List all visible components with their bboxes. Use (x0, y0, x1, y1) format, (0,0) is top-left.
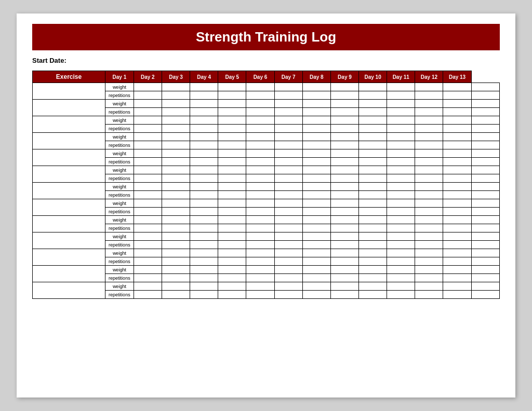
exercise-name-6[interactable] (33, 166, 105, 183)
weight-day2-ex5[interactable] (162, 149, 190, 158)
weight-day12-ex5[interactable] (443, 149, 471, 158)
weight-day2-ex9[interactable] (162, 216, 190, 224)
weight-day3-ex7[interactable] (190, 183, 218, 191)
rep-day10-ex8[interactable] (387, 208, 415, 216)
weight-day8-ex9[interactable] (330, 216, 358, 224)
weight-day10-ex9[interactable] (387, 216, 415, 224)
rep-day8-ex11[interactable] (330, 257, 358, 266)
rep-day2-ex10[interactable] (162, 241, 190, 249)
rep-day2-ex1[interactable] (162, 91, 190, 100)
rep-day2-ex2[interactable] (162, 108, 190, 116)
weight-day9-ex12[interactable] (359, 266, 387, 274)
rep-day6-ex7[interactable] (274, 191, 302, 199)
rep-day3-ex12[interactable] (190, 274, 218, 282)
weight-day8-ex2[interactable] (330, 100, 358, 108)
exercise-name-13[interactable] (33, 282, 105, 299)
weight-day5-ex6[interactable] (246, 166, 274, 174)
rep-day10-ex9[interactable] (387, 224, 415, 232)
weight-day10-ex3[interactable] (387, 116, 415, 125)
exercise-name-8[interactable] (33, 199, 105, 216)
rep-day2-ex9[interactable] (162, 224, 190, 232)
rep-day6-ex2[interactable] (274, 108, 302, 116)
weight-day1-ex11[interactable] (134, 249, 162, 257)
weight-day5-ex10[interactable] (246, 232, 274, 241)
weight-day13-ex3[interactable] (471, 116, 499, 125)
rep-day3-ex8[interactable] (190, 208, 218, 216)
weight-day5-ex4[interactable] (246, 133, 274, 141)
rep-day7-ex6[interactable] (302, 174, 330, 183)
weight-day6-ex9[interactable] (274, 216, 302, 224)
weight-day12-ex13[interactable] (443, 282, 471, 291)
rep-day4-ex12[interactable] (218, 274, 246, 282)
weight-day13-ex2[interactable] (471, 100, 499, 108)
rep-day8-ex8[interactable] (330, 208, 358, 216)
rep-day3-ex9[interactable] (190, 224, 218, 232)
weight-day10-ex4[interactable] (387, 133, 415, 141)
weight-day3-ex9[interactable] (190, 216, 218, 224)
rep-day9-ex12[interactable] (359, 274, 387, 282)
rep-day12-ex9[interactable] (443, 224, 471, 232)
exercise-name-3[interactable] (33, 116, 105, 133)
weight-day6-ex12[interactable] (274, 266, 302, 274)
weight-day10-ex12[interactable] (387, 266, 415, 274)
weight-day13-ex7[interactable] (471, 183, 499, 191)
weight-day9-ex11[interactable] (359, 249, 387, 257)
rep-day7-ex2[interactable] (302, 108, 330, 116)
weight-day5-ex11[interactable] (246, 249, 274, 257)
exercise-name-4[interactable] (33, 133, 105, 149)
rep-day12-ex3[interactable] (443, 125, 471, 133)
weight-day1-ex10[interactable] (134, 232, 162, 241)
rep-day9-ex1[interactable] (359, 91, 387, 100)
rep-day11-ex2[interactable] (415, 108, 443, 116)
rep-day1-ex9[interactable] (134, 224, 162, 232)
rep-day7-ex12[interactable] (302, 274, 330, 282)
weight-day3-ex12[interactable] (190, 266, 218, 274)
weight-day3-ex6[interactable] (190, 166, 218, 174)
weight-day8-ex7[interactable] (330, 183, 358, 191)
weight-day7-ex13[interactable] (302, 282, 330, 291)
weight-day9-ex9[interactable] (359, 216, 387, 224)
rep-day9-ex6[interactable] (359, 174, 387, 183)
rep-day9-ex3[interactable] (359, 125, 387, 133)
rep-day8-ex4[interactable] (330, 141, 358, 149)
weight-day5-ex3[interactable] (246, 116, 274, 125)
rep-day13-ex4[interactable] (471, 141, 499, 149)
weight-day4-ex10[interactable] (218, 232, 246, 241)
weight-day7-ex7[interactable] (302, 183, 330, 191)
weight-day1-ex12[interactable] (134, 266, 162, 274)
rep-day13-ex6[interactable] (471, 174, 499, 183)
weight-day12-ex11[interactable] (443, 249, 471, 257)
rep-day3-ex13[interactable] (190, 291, 218, 299)
rep-day11-ex8[interactable] (415, 208, 443, 216)
rep-day12-ex1[interactable] (443, 91, 471, 100)
rep-day2-ex7[interactable] (162, 191, 190, 199)
rep-day9-ex5[interactable] (359, 158, 387, 166)
weight-day9-ex6[interactable] (359, 166, 387, 174)
rep-day9-ex9[interactable] (359, 224, 387, 232)
rep-day12-ex2[interactable] (443, 108, 471, 116)
rep-day12-ex6[interactable] (443, 174, 471, 183)
weight-day9-ex3[interactable] (359, 116, 387, 125)
rep-day12-ex4[interactable] (443, 141, 471, 149)
rep-day11-ex10[interactable] (415, 241, 443, 249)
weight-day9-ex1[interactable] (359, 83, 387, 91)
weight-day11-ex7[interactable] (415, 183, 443, 191)
rep-day1-ex4[interactable] (134, 141, 162, 149)
rep-day13-ex2[interactable] (471, 108, 499, 116)
rep-day4-ex9[interactable] (218, 224, 246, 232)
weight-day6-ex11[interactable] (274, 249, 302, 257)
rep-day7-ex4[interactable] (302, 141, 330, 149)
rep-day10-ex10[interactable] (387, 241, 415, 249)
rep-day11-ex11[interactable] (415, 257, 443, 266)
rep-day8-ex12[interactable] (330, 274, 358, 282)
rep-day5-ex7[interactable] (246, 191, 274, 199)
weight-day11-ex12[interactable] (415, 266, 443, 274)
weight-day7-ex12[interactable] (302, 266, 330, 274)
rep-day8-ex9[interactable] (330, 224, 358, 232)
rep-day5-ex12[interactable] (246, 274, 274, 282)
weight-day10-ex2[interactable] (387, 100, 415, 108)
weight-day5-ex7[interactable] (246, 183, 274, 191)
weight-day8-ex12[interactable] (330, 266, 358, 274)
rep-day6-ex8[interactable] (274, 208, 302, 216)
rep-day13-ex13[interactable] (471, 291, 499, 299)
